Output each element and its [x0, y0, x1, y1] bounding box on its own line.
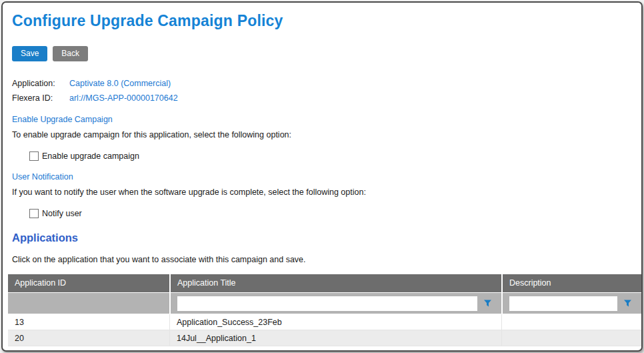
column-header-application-id[interactable]: Application ID	[8, 274, 169, 292]
application-info: Application: Captivate 8.0 (Commercial) …	[12, 79, 641, 103]
application-title-filter-button[interactable]	[477, 296, 497, 311]
back-button[interactable]: Back	[53, 46, 88, 61]
table-filter-row	[8, 293, 641, 314]
application-title-filter-input[interactable]	[177, 296, 477, 311]
table-row[interactable]: 13 Application_Success_23Feb	[8, 314, 641, 330]
table-body: 13 Application_Success_23Feb 20 14Jul__A…	[8, 314, 641, 346]
window: Configure Upgrade Campaign Policy Save B…	[1, 1, 643, 352]
description-filter-cell	[501, 293, 641, 314]
toolbar: Save Back	[12, 46, 641, 61]
enable-upgrade-campaign-section: Enable Upgrade Campaign To enable upgrad…	[12, 115, 641, 161]
enable-upgrade-campaign-description: To enable upgrade campaign for this appl…	[12, 130, 641, 139]
user-notification-section: User Notification If you want to notify …	[12, 172, 641, 218]
page-title: Configure Upgrade Campaign Policy	[12, 12, 641, 30]
cell-application-title: 14Jul__Application_1	[169, 330, 501, 346]
description-filter-input[interactable]	[509, 296, 617, 311]
application-id-filter-cell	[8, 293, 169, 314]
flexera-id-row: Flexera ID: arl://MGS-APP-00000170642	[12, 93, 641, 103]
cell-application-id: 20	[8, 330, 169, 346]
cell-description	[501, 314, 641, 330]
enable-upgrade-campaign-checkbox[interactable]	[29, 151, 39, 161]
table-header-row: Application ID Application Title Descrip…	[8, 274, 641, 292]
user-notification-description: If you want to notify the user when the …	[12, 188, 641, 197]
enable-upgrade-campaign-checkbox-label: Enable upgrade campaign	[42, 151, 139, 161]
applications-description: Click on the application that you want t…	[12, 255, 641, 264]
applications-table: Application ID Application Title Descrip…	[8, 274, 641, 346]
application-label: Application:	[12, 79, 69, 88]
save-button[interactable]: Save	[12, 46, 47, 61]
cell-application-id: 13	[8, 314, 169, 330]
enable-upgrade-campaign-heading: Enable Upgrade Campaign	[12, 115, 641, 124]
flexera-id-link[interactable]: arl://MGS-APP-00000170642	[69, 93, 178, 103]
notify-user-checkbox-row[interactable]: Notify user	[29, 209, 641, 218]
application-link[interactable]: Captivate 8.0 (Commercial)	[69, 79, 171, 88]
table-row[interactable]: 20 14Jul__Application_1	[8, 330, 641, 346]
cell-description	[501, 330, 641, 346]
flexera-id-label: Flexera ID:	[12, 93, 69, 103]
page-content: Configure Upgrade Campaign Policy Save B…	[3, 3, 641, 346]
notify-user-checkbox[interactable]	[29, 209, 39, 218]
column-header-description[interactable]: Description	[501, 274, 641, 292]
description-filter-button[interactable]	[617, 296, 637, 311]
cell-application-title: Application_Success_23Feb	[169, 314, 501, 330]
application-title-filter-cell	[169, 293, 501, 314]
funnel-icon	[623, 299, 632, 308]
enable-upgrade-campaign-checkbox-row[interactable]: Enable upgrade campaign	[29, 151, 641, 161]
funnel-icon	[483, 299, 492, 308]
column-header-application-title[interactable]: Application Title	[169, 274, 501, 292]
application-row: Application: Captivate 8.0 (Commercial)	[12, 79, 641, 88]
applications-heading: Applications	[12, 232, 641, 244]
user-notification-heading: User Notification	[12, 172, 641, 182]
notify-user-checkbox-label: Notify user	[42, 209, 82, 218]
